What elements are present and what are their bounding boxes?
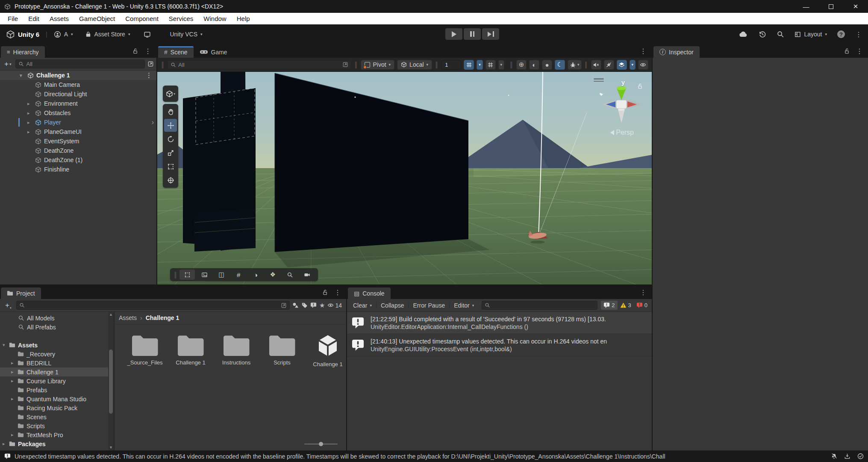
kebab-menu-icon[interactable]: ⋮ — [144, 47, 151, 55]
tab-game[interactable]: Game — [194, 46, 233, 58]
asset-folder-item[interactable]: Scripts — [264, 334, 300, 367]
hierarchy-item[interactable]: DeathZone — [0, 146, 156, 155]
tab-scene[interactable]: # Scene — [158, 46, 194, 58]
step-button[interactable] — [482, 28, 499, 40]
expander-icon[interactable]: ▾ — [20, 73, 27, 78]
expander-icon[interactable]: ▸ — [3, 441, 9, 447]
expander-icon[interactable]: ▾ — [3, 342, 9, 348]
expander-icon[interactable]: ▸ — [11, 360, 18, 366]
scene-search-input[interactable] — [178, 62, 340, 68]
effects-toggle-button[interactable] — [604, 60, 614, 70]
hierarchy-item[interactable]: Main Camera — [0, 80, 156, 89]
scrollbar-thumb[interactable] — [109, 349, 113, 414]
kebab-menu-icon[interactable]: ⋮ — [146, 71, 152, 79]
scene-search-field[interactable] — [168, 60, 351, 69]
expander-icon[interactable]: ▸ — [27, 120, 35, 125]
camera-overlay-button[interactable] — [299, 270, 315, 280]
project-search-input[interactable] — [27, 302, 279, 308]
kebab-menu-icon[interactable]: ⋮ — [334, 288, 341, 296]
grid-visibility-dropdown[interactable]: ▾ — [498, 60, 504, 70]
cloud-icon[interactable] — [739, 31, 748, 38]
layout-dropdown[interactable]: Layout ▾ — [794, 31, 827, 38]
hierarchy-item[interactable]: EventSystem — [0, 136, 156, 146]
history-icon[interactable] — [759, 30, 766, 38]
thumbnail-size-slider[interactable] — [304, 441, 338, 447]
hierarchy-item[interactable]: ▸Obstacles — [0, 108, 156, 118]
asset-folder-item[interactable]: _Source_Files — [127, 334, 163, 367]
status-bar[interactable]: Unexpected timestamp values detected. Th… — [0, 450, 868, 462]
grid-overlay-button[interactable]: # — [231, 270, 246, 280]
skybox-toggle-button[interactable]: ☾ — [555, 60, 565, 70]
cards-overlay-button[interactable]: ❖ — [265, 270, 280, 280]
hierarchy-scene-row[interactable]: ▾ Challenge 1 ⋮ — [0, 71, 156, 80]
lock-icon[interactable] — [322, 289, 328, 296]
hierarchy-item[interactable]: DeathZone (1) — [0, 155, 156, 165]
grid-visibility-button[interactable] — [485, 60, 496, 70]
asset-store-dropdown[interactable]: Asset Store ▾ — [85, 31, 130, 38]
tree-item-packages[interactable]: ▸Packages — [0, 439, 114, 448]
search-window-icon[interactable] — [147, 61, 154, 67]
menu-edit[interactable]: Edit — [23, 15, 44, 22]
hierarchy-item[interactable]: Finishline — [0, 165, 156, 174]
snap-increment-dropdown[interactable]: ▾ — [477, 60, 483, 70]
create-asset-button[interactable]: + ▾ — [3, 301, 14, 310]
search-icon[interactable] — [777, 30, 784, 38]
tab-hierarchy[interactable]: ≡ Hierarchy — [1, 46, 45, 58]
status-message[interactable]: Unexpected timestamp values detected. Th… — [15, 453, 827, 460]
scroll-down-icon[interactable]: ▼ — [108, 445, 114, 450]
play-button[interactable] — [445, 28, 462, 40]
grid-size-input[interactable] — [441, 60, 461, 70]
expander-icon[interactable]: ▸ — [27, 101, 35, 107]
pivot-toggle-button[interactable]: Pivot ▾ — [361, 60, 394, 70]
tab-console[interactable]: ▤ Console — [348, 287, 391, 299]
layers-button[interactable] — [617, 60, 627, 70]
console-search-input[interactable] — [492, 302, 594, 308]
hierarchy-search-field[interactable] — [15, 59, 145, 68]
hierarchy-item[interactable]: Directional Light — [0, 89, 156, 99]
open-prefab-chevron-icon[interactable]: › — [152, 118, 154, 126]
info-count-badge[interactable]: 2 — [601, 301, 617, 310]
toolbar-drag-handle[interactable]: ║ — [584, 62, 588, 68]
alert-filter-icon[interactable] — [310, 302, 317, 308]
tree-item[interactable]: ▸Quantum Mana Studio — [0, 394, 114, 403]
tree-item[interactable]: _Recovery — [0, 349, 114, 358]
menu-component[interactable]: Component — [120, 15, 164, 22]
expander-icon[interactable]: ▸ — [27, 110, 35, 116]
tree-item[interactable]: ▸TextMesh Pro — [0, 430, 114, 439]
expander-icon[interactable]: ▸ — [11, 378, 18, 384]
overlay-drag-handle[interactable]: ║ — [174, 272, 178, 278]
rect-tool-button[interactable] — [164, 160, 177, 173]
snap-increment-button[interactable] — [464, 60, 474, 70]
hierarchy-search-input[interactable] — [26, 61, 142, 67]
expander-icon[interactable]: ▸ — [27, 129, 35, 135]
minimize-button[interactable]: — — [794, 0, 818, 13]
menu-assets[interactable]: Assets — [44, 15, 74, 22]
view-options-button[interactable]: ▾ — [164, 87, 177, 101]
console-search-field[interactable] — [482, 301, 597, 310]
create-add-button[interactable]: + ▾ — [3, 60, 13, 68]
breadcrumb-root[interactable]: Assets — [119, 314, 137, 321]
tree-item[interactable]: Scripts — [0, 421, 114, 430]
lock-icon[interactable] — [132, 48, 138, 54]
tree-item-selected[interactable]: ▸Challenge 1 — [0, 367, 114, 376]
console-log-entry[interactable]: [21:40:13] Unexpected timestamp values d… — [347, 334, 652, 356]
expander-icon[interactable]: ▸ — [11, 369, 18, 375]
transform-tool-button[interactable] — [164, 174, 177, 187]
search-overlay-button[interactable] — [282, 270, 297, 280]
clear-button[interactable]: Clear ▾ — [349, 301, 376, 310]
collapse-button[interactable]: Collapse — [377, 301, 408, 310]
tree-item[interactable]: Racing Music Pack — [0, 403, 114, 412]
scale-tool-button[interactable] — [164, 146, 177, 159]
move-tool-button[interactable] — [164, 119, 177, 132]
contrast-overlay-button[interactable]: ◑ — [248, 270, 263, 280]
star-icon[interactable]: ★ — [319, 302, 325, 309]
asset-scene-item[interactable]: Challenge 1 — [309, 334, 346, 367]
rect-overlay-button[interactable] — [179, 270, 195, 280]
maximize-button[interactable] — [818, 0, 843, 13]
tab-project[interactable]: Project — [1, 287, 41, 299]
draw-mode-button[interactable]: ⊕ — [516, 60, 527, 70]
shaded-mode-button[interactable]: ◐ — [529, 60, 539, 70]
project-search-field[interactable] — [16, 301, 290, 310]
tab-inspector[interactable]: i Inspector — [653, 46, 700, 58]
kebab-menu-icon[interactable]: ⋮ — [856, 47, 863, 55]
